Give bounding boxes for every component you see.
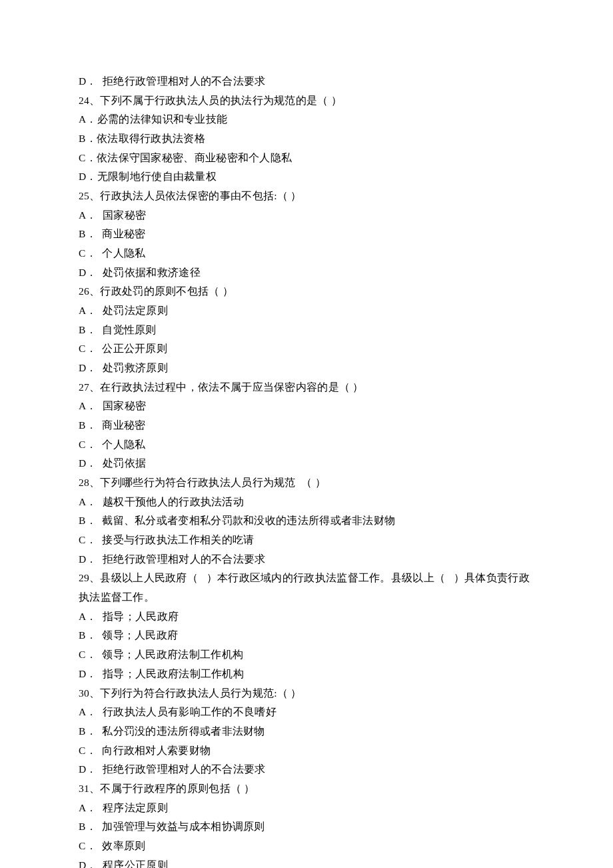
text-line: C． 领导；人民政府法制工作机构 <box>79 645 534 665</box>
text-line: D． 程序公正原则 <box>79 856 534 868</box>
text-line: B． 商业秘密 <box>79 416 534 435</box>
text-line: C． 公正公开原则 <box>79 339 534 359</box>
text-line: B． 领导；人民政府 <box>79 626 534 645</box>
text-line: B． 截留、私分或者变相私分罚款和没收的违法所得或者非法财物 <box>79 511 534 531</box>
text-line: D．无限制地行使自由裁量权 <box>79 167 534 187</box>
document-page: D． 拒绝行政管理相对人的不合法要求24、下列不属于行政执法人员的执法行为规范的… <box>0 0 613 868</box>
text-line: B． 自觉性原则 <box>79 321 534 340</box>
text-line: 31、不属于行政程序的原则包括（ ） <box>79 779 534 799</box>
text-line: D． 处罚依据和救济途径 <box>79 263 534 283</box>
text-line: A． 程序法定原则 <box>79 799 534 818</box>
text-line: 25、行政执法人员依法保密的事由不包括:（ ） <box>79 187 534 206</box>
text-line: C． 效率原则 <box>79 837 534 856</box>
text-line: D． 指导；人民政府法制工作机构 <box>79 665 534 684</box>
text-line: A． 指导；人民政府 <box>79 607 534 627</box>
text-line: 30、下列行为符合行政执法人员行为规范:（ ） <box>79 684 534 703</box>
text-line: C． 向行政相对人索要财物 <box>79 741 534 761</box>
text-line: D． 处罚依据 <box>79 454 534 473</box>
text-line: B． 商业秘密 <box>79 225 534 244</box>
text-line: B．依法取得行政执法资格 <box>79 129 534 149</box>
text-line: 26、行政处罚的原则不包括（ ） <box>79 282 534 301</box>
document-content: D． 拒绝行政管理相对人的不合法要求24、下列不属于行政执法人员的执法行为规范的… <box>79 72 534 868</box>
text-line: D． 拒绝行政管理相对人的不合法要求 <box>79 760 534 779</box>
text-line: A． 处罚法定原则 <box>79 301 534 321</box>
text-line: D． 拒绝行政管理相对人的不合法要求 <box>79 550 534 569</box>
text-line: C． 个人隐私 <box>79 244 534 263</box>
text-line: D． 处罚救济原则 <box>79 359 534 378</box>
text-line: A． 越权干预他人的行政执法活动 <box>79 493 534 512</box>
text-line: A． 国家秘密 <box>79 206 534 225</box>
text-line: 24、下列不属于行政执法人员的执法行为规范的是（ ） <box>79 91 534 111</box>
text-line: A．必需的法律知识和专业技能 <box>79 110 534 129</box>
text-line: 29、县级以上人民政府（ ）本行政区域内的行政执法监督工作。县级以上（ ）具体负… <box>79 569 534 607</box>
text-line: B． 加强管理与效益与成本相协调原则 <box>79 817 534 837</box>
text-line: A． 国家秘密 <box>79 397 534 416</box>
text-line: A． 行政执法人员有影响工作的不良嗜好 <box>79 703 534 722</box>
text-line: C．依法保守国家秘密、商业秘密和个人隐私 <box>79 149 534 168</box>
text-line: 27、在行政执法过程中，依法不属于应当保密内容的是（ ） <box>79 378 534 397</box>
text-line: D． 拒绝行政管理相对人的不合法要求 <box>79 72 534 91</box>
text-line: 28、下列哪些行为符合行政执法人员行为规范 （ ） <box>79 473 534 493</box>
text-line: B． 私分罚没的违法所得或者非法财物 <box>79 722 534 741</box>
text-line: C． 接受与行政执法工作相关的吃请 <box>79 531 534 550</box>
text-line: C． 个人隐私 <box>79 435 534 455</box>
